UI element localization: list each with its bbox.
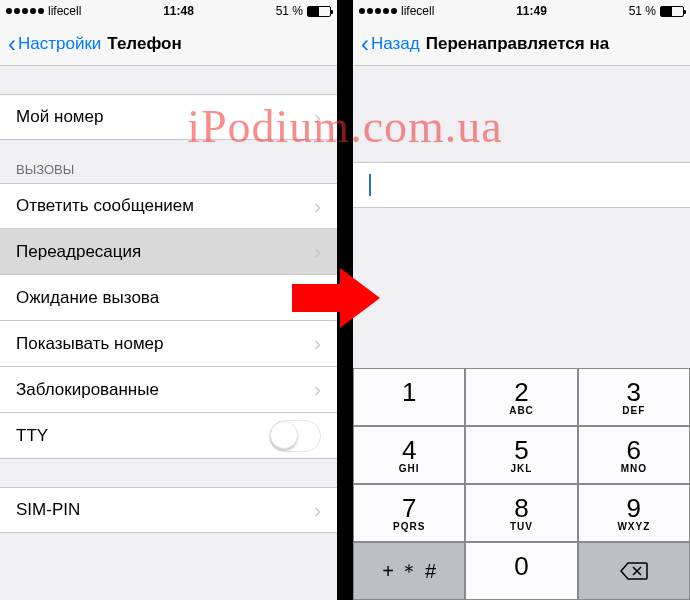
row-call-waiting[interactable]: Ожидание вызова › bbox=[0, 275, 337, 321]
chevron-right-icon: › bbox=[314, 195, 321, 218]
key-6[interactable]: 6MNO bbox=[578, 426, 690, 484]
carrier-label: lifecell bbox=[401, 4, 434, 18]
key-5[interactable]: 5JKL bbox=[465, 426, 577, 484]
key-backspace[interactable] bbox=[578, 542, 690, 600]
chevron-right-icon: › bbox=[314, 240, 321, 263]
row-label: Ответить сообщением bbox=[16, 196, 194, 216]
signal-icon bbox=[359, 8, 397, 14]
key-3[interactable]: 3DEF bbox=[578, 368, 690, 426]
row-blocked[interactable]: Заблокированные › bbox=[0, 367, 337, 413]
nav-bar: ‹ Настройки Телефон bbox=[0, 22, 337, 66]
row-label: SIM-PIN bbox=[16, 500, 80, 520]
status-time: 11:48 bbox=[163, 4, 194, 18]
back-label: Настройки bbox=[18, 34, 101, 54]
row-label: Показывать номер bbox=[16, 334, 164, 354]
key-symbols[interactable]: + ＊ # bbox=[353, 542, 465, 600]
key-0[interactable]: 0 bbox=[465, 542, 577, 600]
back-button[interactable]: ‹ Настройки bbox=[8, 32, 101, 56]
backspace-icon bbox=[620, 561, 648, 581]
carrier-label: lifecell bbox=[48, 4, 81, 18]
chevron-right-icon: › bbox=[314, 286, 321, 309]
row-sim-pin[interactable]: SIM-PIN › bbox=[0, 487, 337, 533]
back-button[interactable]: ‹ Назад bbox=[361, 32, 420, 56]
row-my-number[interactable]: Мой номер › bbox=[0, 94, 337, 140]
row-show-caller-id[interactable]: Показывать номер › bbox=[0, 321, 337, 367]
key-4[interactable]: 4GHI bbox=[353, 426, 465, 484]
numeric-keypad: 1 2ABC 3DEF 4GHI 5JKL 6MNO 7PQRS 8TUV 9W… bbox=[353, 368, 690, 600]
row-label: Заблокированные bbox=[16, 380, 159, 400]
battery-icon bbox=[660, 6, 684, 17]
chevron-right-icon: › bbox=[314, 378, 321, 401]
chevron-right-icon: › bbox=[314, 499, 321, 522]
key-7[interactable]: 7PQRS bbox=[353, 484, 465, 542]
key-9[interactable]: 9WXYZ bbox=[578, 484, 690, 542]
group-calls-label: ВЫЗОВЫ bbox=[0, 140, 337, 183]
page-title: Телефон bbox=[107, 34, 181, 54]
row-label: Переадресация bbox=[16, 242, 141, 262]
row-respond-with-text[interactable]: Ответить сообщением › bbox=[0, 183, 337, 229]
screen-divider bbox=[337, 0, 353, 600]
text-cursor bbox=[369, 174, 371, 196]
key-1[interactable]: 1 bbox=[353, 368, 465, 426]
page-title: Перенаправляется на bbox=[426, 34, 609, 54]
screen-phone-settings: lifecell 11:48 51 % ‹ Настройки Телефон … bbox=[0, 0, 337, 600]
row-call-forwarding[interactable]: Переадресация › bbox=[0, 229, 337, 275]
battery-percent: 51 % bbox=[629, 4, 656, 18]
chevron-right-icon: › bbox=[314, 106, 321, 129]
battery-percent: 51 % bbox=[276, 4, 303, 18]
toggle-knob bbox=[270, 421, 298, 449]
status-bar: lifecell 11:49 51 % bbox=[353, 0, 690, 22]
nav-bar: ‹ Назад Перенаправляется на bbox=[353, 22, 690, 66]
row-label: TTY bbox=[16, 426, 48, 446]
battery-icon bbox=[307, 6, 331, 17]
signal-icon bbox=[6, 8, 44, 14]
key-8[interactable]: 8TUV bbox=[465, 484, 577, 542]
chevron-left-icon: ‹ bbox=[361, 32, 369, 56]
row-tty[interactable]: TTY bbox=[0, 413, 337, 459]
tty-toggle[interactable] bbox=[269, 420, 321, 452]
chevron-left-icon: ‹ bbox=[8, 32, 16, 56]
chevron-right-icon: › bbox=[314, 332, 321, 355]
key-2[interactable]: 2ABC bbox=[465, 368, 577, 426]
back-label: Назад bbox=[371, 34, 420, 54]
status-bar: lifecell 11:48 51 % bbox=[0, 0, 337, 22]
phone-number-input[interactable] bbox=[353, 162, 690, 208]
row-label: Ожидание вызова bbox=[16, 288, 159, 308]
status-time: 11:49 bbox=[516, 4, 547, 18]
row-label: Мой номер bbox=[16, 107, 103, 127]
screen-forward-to: lifecell 11:49 51 % ‹ Назад Перенаправля… bbox=[353, 0, 690, 600]
